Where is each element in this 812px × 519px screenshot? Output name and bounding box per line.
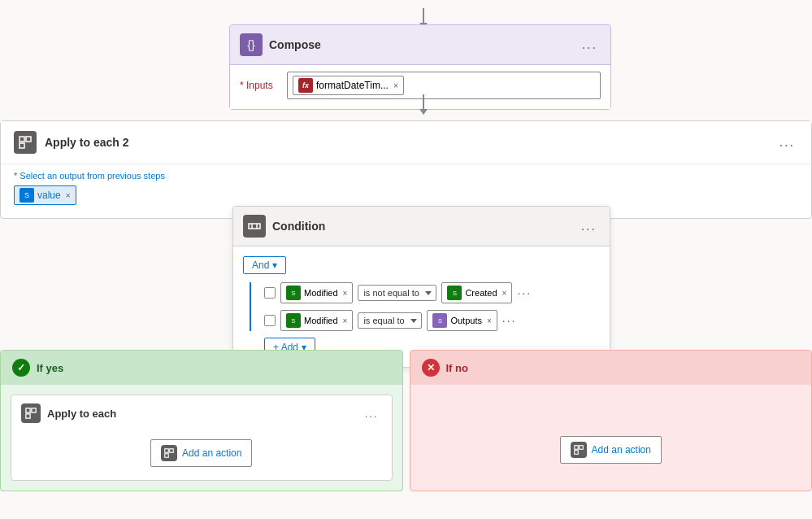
inner-apply-block: Apply to each ...: [11, 395, 393, 481]
svg-rect-7: [32, 408, 36, 412]
condition-header: Condition ...: [233, 207, 610, 246]
apply-to-each-2-title: Apply to each 2: [45, 136, 776, 149]
fx-icon: fx: [298, 78, 313, 93]
condition-rows: S Modified × is not equal to S Created ×…: [250, 282, 600, 331]
condition-block: Condition ... And ▾ S Modified × is n: [232, 206, 610, 368]
outputs-icon: S: [432, 313, 447, 328]
cond-outputs-close[interactable]: ×: [487, 316, 492, 325]
svg-rect-13: [579, 446, 583, 450]
branch-no-icon: ✕: [422, 359, 440, 377]
svg-rect-0: [20, 137, 24, 142]
and-button[interactable]: And ▾: [243, 256, 286, 274]
svg-rect-8: [26, 414, 30, 418]
compose-header: {} Compose ...: [230, 25, 610, 64]
branch-no-header: ✕ If no: [410, 351, 812, 385]
no-add-action-label: Add an action: [592, 444, 651, 456]
branch-yes-label: If yes: [37, 362, 63, 374]
value-token: S value ×: [14, 185, 76, 205]
apply-to-each-2-header[interactable]: Apply to each 2 ...: [1, 121, 811, 164]
and-label: And: [252, 260, 269, 271]
svg-rect-10: [170, 449, 174, 453]
inner-apply-title: Apply to each: [47, 408, 362, 420]
compose-token-close[interactable]: ×: [393, 81, 398, 90]
condition-icon: [243, 215, 266, 238]
no-add-action-icon: [571, 442, 587, 458]
inner-apply-body: Add an action: [11, 431, 392, 480]
inner-apply-icon: [21, 403, 41, 423]
cond-operator-select-2[interactable]: is equal to: [358, 312, 422, 329]
inner-add-action-label: Add an action: [182, 447, 241, 459]
compose-icon-symbol: {}: [247, 38, 254, 51]
compose-token: fx formatDateTim... ×: [293, 76, 404, 95]
arrow-between: [419, 94, 428, 115]
svg-rect-11: [165, 454, 169, 458]
svg-rect-3: [249, 224, 260, 229]
cond-created-close[interactable]: ×: [502, 289, 507, 298]
branch-yes-header: ✓ If yes: [1, 351, 402, 385]
cond-row-2-more-button[interactable]: ···: [502, 314, 517, 327]
value-token-icon: S: [20, 188, 34, 203]
condition-row-2: S Modified × is equal to S Outputs × ···: [264, 310, 600, 331]
svg-rect-6: [26, 408, 30, 412]
created-icon: S: [447, 286, 462, 300]
modified-icon-1: S: [286, 286, 301, 300]
svg-rect-2: [20, 143, 24, 148]
cond-modified-text-2: Modified: [304, 316, 338, 325]
svg-rect-1: [26, 137, 31, 142]
branch-no: ✕ If no Add an action: [410, 350, 813, 491]
inner-add-action-icon: [161, 445, 177, 461]
no-add-action-button[interactable]: Add an action: [560, 436, 662, 464]
check-icon: ✓: [17, 362, 25, 373]
cond-modified-text-1: Modified: [304, 288, 338, 298]
branches-container: ✓ If yes Apply to each: [0, 350, 812, 491]
compose-token-container[interactable]: fx formatDateTim... ×: [287, 72, 601, 99]
modified-icon-2: S: [286, 313, 301, 328]
branch-yes-body: Apply to each ...: [1, 385, 402, 491]
and-chevron: ▾: [272, 260, 277, 271]
compose-icon: {}: [240, 33, 263, 56]
cond-modified-token-2: S Modified ×: [280, 310, 353, 331]
canvas: {} Compose ... * Inputs fx formatDateTim…: [0, 0, 812, 519]
cond-operator-select-1[interactable]: is not equal to: [358, 285, 436, 301]
condition-more-button[interactable]: ...: [578, 217, 600, 235]
select-output-label: * Select an output from previous steps: [14, 171, 798, 181]
cond-row-1-more-button[interactable]: ···: [517, 286, 532, 299]
inner-apply-more-button[interactable]: ...: [362, 406, 382, 421]
cond-modified-token-1: S Modified ×: [280, 282, 353, 303]
inner-add-action-button[interactable]: Add an action: [150, 439, 252, 467]
condition-body: And ▾ S Modified × is not equal to: [233, 246, 610, 367]
svg-rect-12: [574, 446, 578, 450]
compose-inputs-label: * Inputs: [240, 80, 280, 91]
compose-title: Compose: [269, 38, 579, 51]
apply-to-each-2-more-button[interactable]: ...: [776, 133, 798, 151]
cond-checkbox-1[interactable]: [264, 287, 276, 299]
x-icon: ✕: [427, 362, 435, 373]
compose-token-text: formatDateTim...: [316, 80, 389, 91]
arrow-line: [423, 8, 424, 23]
cond-modified-close-2[interactable]: ×: [343, 316, 348, 325]
branch-no-label: If no: [446, 362, 468, 374]
cond-created-token: S Created ×: [441, 282, 512, 303]
value-token-close[interactable]: ×: [66, 191, 71, 200]
branch-yes-icon: ✓: [12, 359, 30, 377]
cond-outputs-token: S Outputs ×: [427, 310, 497, 331]
compose-more-button[interactable]: ...: [579, 36, 601, 54]
condition-title: Condition: [272, 220, 578, 233]
cond-modified-close-1[interactable]: ×: [343, 289, 348, 298]
cond-created-text: Created: [465, 288, 497, 298]
condition-row-1: S Modified × is not equal to S Created ×…: [264, 282, 600, 303]
branch-no-body: Add an action: [410, 385, 812, 491]
svg-rect-14: [574, 451, 578, 455]
cond-checkbox-2[interactable]: [264, 315, 276, 326]
apply-to-each-2-icon: [14, 131, 37, 154]
arrow-line-2: [423, 94, 424, 109]
arrow-head-2: [419, 109, 428, 115]
branch-yes: ✓ If yes Apply to each: [0, 350, 403, 491]
inner-apply-header: Apply to each ...: [11, 395, 392, 431]
svg-rect-9: [165, 449, 169, 453]
value-token-text: value: [37, 190, 61, 201]
apply-to-each-2-block: Apply to each 2 ... * Select an output f…: [0, 120, 812, 219]
cond-outputs-text: Outputs: [450, 316, 482, 325]
